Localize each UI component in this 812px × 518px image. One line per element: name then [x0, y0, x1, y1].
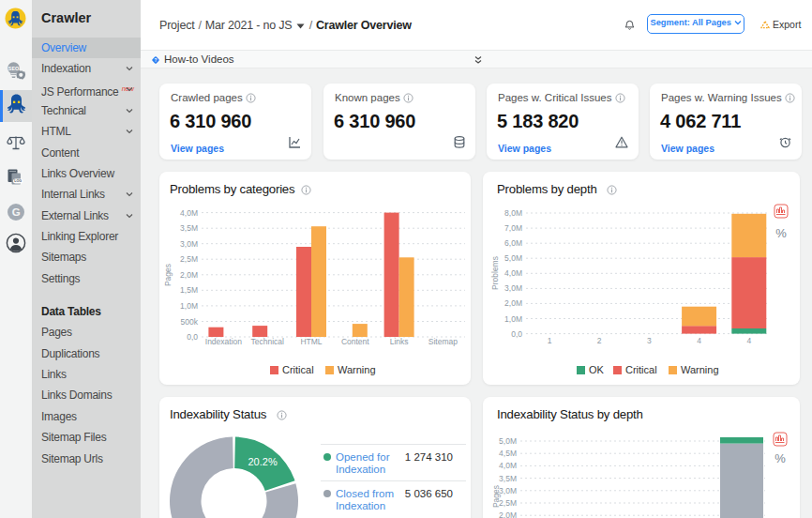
svg-text:Warning: Warning [338, 364, 376, 375]
svg-text:G: G [12, 206, 21, 218]
svg-text:4: 4 [746, 336, 751, 345]
svg-text:4,0M: 4,0M [499, 461, 517, 470]
svg-text:1,5M: 1,5M [180, 285, 198, 295]
svg-text:%: % [774, 451, 786, 465]
svg-text:HTML: HTML [300, 337, 322, 346]
svg-text:OK: OK [589, 364, 605, 375]
svg-text:Content: Content [341, 337, 369, 346]
svg-text:?: ? [155, 58, 158, 63]
svg-text:500k: 500k [181, 317, 199, 327]
svg-text:0,0: 0,0 [511, 329, 522, 339]
svg-text:Indexation: Indexation [205, 337, 242, 346]
svg-text:Problems: Problems [490, 256, 500, 290]
svg-text:2,0M: 2,0M [499, 510, 517, 518]
svg-text:2,5M: 2,5M [180, 254, 198, 264]
svg-text:7,0M: 7,0M [504, 223, 522, 233]
svg-text:3,5M: 3,5M [180, 223, 198, 233]
svg-text:1,0M: 1,0M [180, 301, 198, 311]
svg-text:2,5M: 2,5M [499, 498, 517, 508]
svg-text:Critical: Critical [282, 364, 314, 375]
svg-text:LOG: LOG [14, 179, 22, 183]
svg-text:Pages: Pages [491, 485, 501, 508]
svg-text:8,0M: 8,0M [504, 208, 522, 218]
svg-text:Pages: Pages [163, 264, 173, 286]
svg-text:1,0M: 1,0M [504, 314, 522, 324]
svg-text:5,0M: 5,0M [504, 253, 522, 263]
svg-text:2,0M: 2,0M [504, 298, 522, 308]
svg-text:Technical: Technical [250, 337, 284, 346]
svg-text:3: 3 [647, 336, 652, 345]
svg-text:3,0M: 3,0M [499, 486, 517, 495]
svg-text:Links: Links [390, 337, 409, 346]
svg-text:3,5M: 3,5M [499, 474, 517, 483]
svg-text:Sitemap: Sitemap [429, 337, 458, 346]
svg-text:4,5M: 4,5M [499, 449, 517, 458]
svg-text:20.2%: 20.2% [248, 456, 277, 467]
svg-text:%: % [775, 226, 787, 240]
svg-text:SEO: SEO [8, 66, 19, 71]
svg-text:0,0: 0,0 [187, 332, 198, 342]
svg-text:1: 1 [548, 336, 552, 345]
svg-text:Critical: Critical [625, 364, 657, 375]
svg-text:4: 4 [697, 336, 701, 345]
svg-text:3,0M: 3,0M [504, 283, 522, 293]
svg-text:2,0M: 2,0M [180, 270, 198, 280]
svg-text:6,0M: 6,0M [504, 238, 522, 248]
svg-text:2: 2 [597, 336, 602, 345]
svg-text:Warning: Warning [681, 364, 719, 375]
svg-text:4,0M: 4,0M [180, 208, 198, 218]
svg-text:5,0M: 5,0M [499, 436, 517, 446]
svg-text:3,0M: 3,0M [180, 239, 198, 249]
svg-text:4,0M: 4,0M [504, 268, 522, 278]
